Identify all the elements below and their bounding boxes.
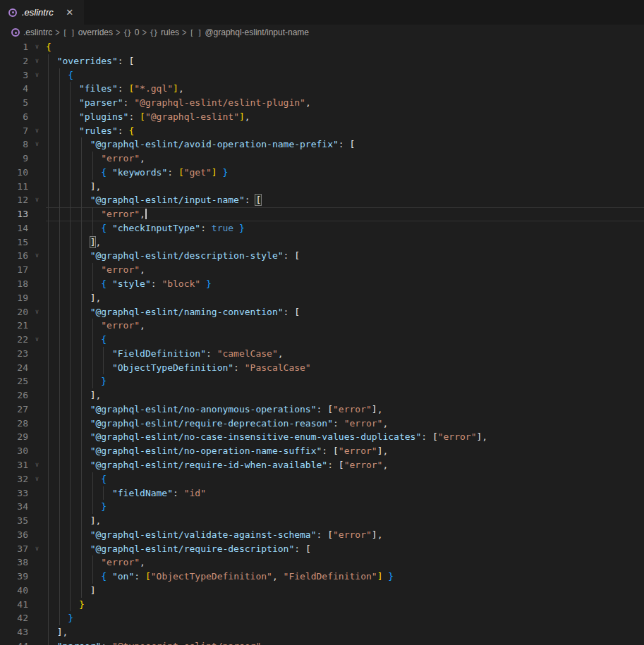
fold-chevron-down-icon[interactable]: ∨ — [28, 193, 46, 207]
fold-spacer — [28, 291, 46, 305]
code-line[interactable]: 30 "@graphql-eslint/no-operation-name-su… — [0, 444, 644, 458]
code-line[interactable]: 42 } — [0, 611, 644, 625]
code-line[interactable]: 14 { "checkInputType": true } — [0, 221, 644, 235]
line-number: 32 — [0, 472, 28, 486]
code-line[interactable]: 38 "error", — [0, 555, 644, 570]
fold-chevron-down-icon[interactable]: ∨ — [28, 124, 46, 138]
code-token: "error" — [101, 153, 140, 164]
fold-chevron-down-icon[interactable]: ∨ — [28, 68, 46, 82]
fold-chevron-down-icon[interactable]: ∨ — [28, 137, 46, 152]
fold-chevron-down-icon[interactable]: ∨ — [28, 54, 46, 68]
code-line[interactable]: 25 } — [0, 374, 644, 388]
indent-guide — [70, 486, 71, 500]
code-editor[interactable]: 1∨{2∨ "overrides": [3∨ {4 "files": ["*.g… — [0, 40, 644, 645]
code-line[interactable]: 4 "files": ["*.gql"], — [0, 82, 644, 96]
fold-chevron-down-icon[interactable]: ∨ — [28, 458, 46, 472]
line-number: 29 — [0, 430, 28, 444]
code-line[interactable]: 34 } — [0, 500, 644, 514]
code-line[interactable]: 3∨ { — [0, 68, 644, 82]
line-number: 9 — [0, 152, 28, 166]
code-line[interactable]: 13 "error", — [0, 207, 644, 221]
gutter: 39 — [0, 570, 46, 584]
code-token: "on" — [112, 571, 134, 582]
fold-chevron-down-icon[interactable]: ∨ — [28, 305, 46, 319]
code-line[interactable]: 20∨ "@graphql-eslint/naming-convention":… — [0, 305, 644, 319]
code-content: "error", — [46, 319, 644, 333]
code-line[interactable]: 21 "error", — [0, 319, 644, 333]
indent-guide — [59, 152, 60, 166]
code-line[interactable]: 31∨ "@graphql-eslint/require-id-when-ava… — [0, 458, 644, 472]
indent-guide — [48, 361, 49, 375]
code-line[interactable]: 15 ], — [0, 235, 644, 250]
code-line[interactable]: 2∨ "overrides": [ — [0, 54, 644, 68]
code-line[interactable]: 26 ], — [0, 388, 644, 403]
code-token: , — [382, 460, 388, 470]
code-line[interactable]: 16∨ "@graphql-eslint/description-style":… — [0, 249, 644, 263]
code-line[interactable]: 11 ], — [0, 180, 644, 194]
tab-eslintrc[interactable]: .eslintrc ✕ — [0, 0, 84, 25]
code-line[interactable]: 9 "error", — [0, 152, 644, 166]
code-line[interactable]: 1∨{ — [0, 40, 644, 54]
code-token: "@graphql-eslint/naming-convention" — [90, 307, 284, 317]
indent-guide — [48, 514, 49, 528]
gutter: 12∨ — [0, 193, 46, 207]
code-line[interactable]: 28 "@graphql-eslint/require-deprecation-… — [0, 417, 644, 431]
code-line[interactable]: 24 "ObjectTypeDefinition": "PascalCase" — [0, 361, 644, 375]
code-line[interactable]: 10 { "keywords": ["get"] } — [0, 166, 644, 180]
breadcrumb-item[interactable]: .eslintrc — [11, 27, 52, 37]
code-line[interactable]: 32∨ { — [0, 472, 644, 486]
code-line[interactable]: 27 "@graphql-eslint/no-anonymous-operati… — [0, 403, 644, 417]
breadcrumb-item[interactable]: [ ]@graphql-eslint/input-name — [190, 27, 309, 37]
code-line[interactable]: 23 "FieldDefinition": "camelCase", — [0, 347, 644, 361]
indent-guide — [48, 598, 49, 612]
indent-guide — [59, 444, 60, 458]
breadcrumb-item[interactable]: {}rules — [150, 27, 179, 37]
indent-guide — [59, 472, 60, 486]
code-line[interactable]: 35 ], — [0, 514, 644, 528]
fold-spacer — [28, 430, 46, 444]
code-line[interactable]: 19 ], — [0, 291, 644, 305]
fold-chevron-down-icon[interactable]: ∨ — [28, 333, 46, 347]
indent-guide — [48, 96, 49, 110]
gutter: 9 — [0, 152, 46, 166]
gutter: 4 — [0, 82, 46, 96]
code-line[interactable]: 36 "@graphql-eslint/validate-against-sch… — [0, 528, 644, 542]
indent-guide — [81, 152, 82, 166]
code-line[interactable]: 40 ] — [0, 584, 644, 598]
code-line[interactable]: 43 ], — [0, 625, 644, 639]
code-token: , — [377, 529, 383, 540]
indent-guide — [70, 388, 71, 403]
indent-guide — [81, 207, 82, 221]
code-line[interactable]: 7∨ "rules": { — [0, 124, 644, 138]
code-line[interactable]: 44 "parser": "@typescript-eslint/parser" — [0, 639, 644, 645]
breadcrumb-item[interactable]: {}0 — [123, 27, 139, 37]
line-number: 16 — [0, 249, 28, 263]
code-line[interactable]: 22∨ { — [0, 333, 644, 347]
code-line[interactable]: 39 { "on": ["ObjectTypeDefinition", "Fie… — [0, 570, 644, 584]
code-line[interactable]: 29 "@graphql-eslint/no-case-insensitive-… — [0, 430, 644, 444]
indent-guide — [48, 347, 49, 361]
code-line[interactable]: 37∨ "@graphql-eslint/require-description… — [0, 542, 644, 556]
code-token: "rules" — [79, 125, 118, 136]
code-line[interactable]: 17 "error", — [0, 263, 644, 277]
gutter: 43 — [0, 625, 46, 639]
code-content: "overrides": [ — [46, 54, 644, 68]
code-line[interactable]: 41 } — [0, 598, 644, 612]
code-line[interactable]: 12∨ "@graphql-eslint/input-name": [ — [0, 193, 644, 207]
code-token: { — [101, 223, 107, 233]
code-token: , — [278, 348, 284, 359]
fold-chevron-down-icon[interactable]: ∨ — [28, 542, 46, 556]
code-line[interactable]: 18 { "style": "block" } — [0, 277, 644, 291]
breadcrumb-item[interactable]: [ ]overrides — [63, 27, 113, 37]
code-line[interactable]: 8∨ "@graphql-eslint/avoid-operation-name… — [0, 137, 644, 152]
fold-chevron-down-icon[interactable]: ∨ — [28, 472, 46, 486]
code-line[interactable]: 6 "plugins": ["@graphql-eslint"], — [0, 110, 644, 124]
code-token: "get" — [184, 167, 212, 178]
code-line[interactable]: 5 "parser": "@graphql-eslint/eslint-plug… — [0, 96, 644, 110]
fold-chevron-down-icon[interactable]: ∨ — [28, 40, 46, 54]
close-icon[interactable]: ✕ — [63, 6, 77, 20]
line-number: 24 — [0, 361, 28, 375]
code-line[interactable]: 33 "fieldName": "id" — [0, 486, 644, 500]
code-token: "*.gql" — [134, 83, 173, 94]
fold-chevron-down-icon[interactable]: ∨ — [28, 249, 46, 263]
